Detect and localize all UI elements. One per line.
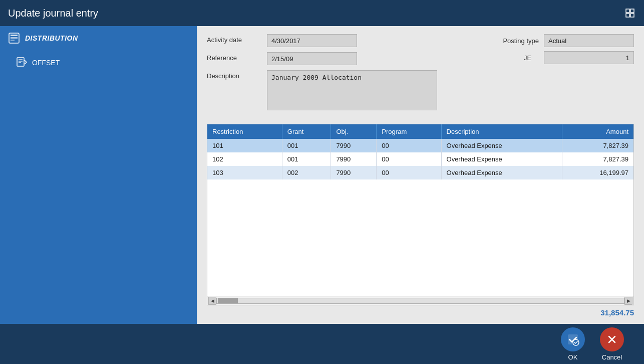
obj-cell: 7990 [331,139,377,152]
posting-type-input[interactable] [544,34,634,47]
posting-type-row: Posting type [503,34,634,47]
col-description: Description [441,124,562,139]
reference-input[interactable] [267,52,357,65]
activity-date-row: Activity date [207,34,474,47]
restriction-cell: 101 [207,139,282,152]
table-header-row: Restriction Grant Obj. Program Descripti… [207,124,633,139]
description-label: Description [207,70,267,80]
col-restriction: Restriction [207,124,282,139]
right-panel: Activity date Reference Description Janu… [197,26,644,324]
description-row: Description January 2009 Allocation [207,70,474,112]
description-textarea[interactable]: January 2009 Allocation [267,70,437,110]
sidebar: DISTRIBUTION OFFSET [0,26,197,324]
svg-rect-2 [626,14,629,17]
distribution-label: DISTRIBUTION [25,34,78,42]
maximize-button[interactable] [624,7,636,19]
scroll-left-arrow[interactable]: ◀ [208,297,216,305]
restriction-cell: 103 [207,166,282,179]
svg-rect-6 [11,37,18,39]
svg-rect-5 [11,35,18,36]
program-cell: 00 [377,152,441,166]
sidebar-item-distribution[interactable]: DISTRIBUTION [0,26,197,50]
ok-label: OK [568,353,578,361]
main-area: DISTRIBUTION OFFSET Activity date [0,26,644,324]
form-right-col: Posting type JE [474,34,634,117]
sidebar-item-offset[interactable]: OFFSET [0,50,197,75]
amount-cell: 7,827.39 [562,152,633,166]
offset-label: OFFSET [32,59,60,67]
description-container: January 2009 Allocation [267,70,437,112]
restriction-cell: 102 [207,152,282,166]
scroll-right-arrow[interactable]: ▶ [624,297,632,305]
activity-date-input[interactable] [267,34,357,47]
bottom-bar: OK Cancel [0,324,644,364]
dialog-title: Update journal entry [8,8,98,19]
scroll-track[interactable] [216,298,624,304]
cancel-icon-circle [600,327,624,351]
grant-cell: 001 [282,139,331,152]
svg-rect-3 [630,14,634,17]
horizontal-scrollbar[interactable]: ◀ ▶ [207,296,633,305]
offset-icon [16,56,27,69]
table-container: Restriction Grant Obj. Program Descripti… [207,124,634,305]
svg-rect-7 [11,40,15,41]
table-row[interactable]: 101001799000Overhead Expense7,827.39 [207,139,633,152]
obj-cell: 7990 [331,166,377,179]
total-row: 31,854.75 [207,305,634,319]
reference-row: Reference [207,52,474,65]
activity-date-label: Activity date [207,34,267,44]
cancel-label: Cancel [602,353,622,361]
grant-cell: 002 [282,166,331,179]
amount-cell: 7,827.39 [562,139,633,152]
form-top: Activity date Reference Description Janu… [207,34,634,117]
je-input[interactable] [544,51,634,64]
svg-rect-1 [630,9,634,13]
svg-rect-8 [17,58,24,66]
grant-cell: 001 [282,152,331,166]
je-row: JE [524,51,634,64]
ok-icon-circle [561,327,585,351]
program-cell: 00 [377,166,441,179]
posting-type-label: Posting type [503,37,539,45]
col-grant: Grant [282,124,331,139]
table-row[interactable]: 102001799000Overhead Expense7,827.39 [207,152,633,166]
svg-rect-0 [626,9,629,13]
description-cell: Overhead Expense [441,166,562,179]
table-scroll-area[interactable]: Restriction Grant Obj. Program Descripti… [207,124,633,296]
data-table: Restriction Grant Obj. Program Descripti… [207,124,633,179]
amount-cell: 16,199.97 [562,166,633,179]
col-obj: Obj. [331,124,377,139]
title-bar: Update journal entry [0,0,644,26]
form-left-col: Activity date Reference Description Janu… [207,34,474,117]
distribution-icon [8,32,20,44]
total-value: 31,854.75 [600,308,634,317]
col-amount: Amount [562,124,633,139]
cancel-button[interactable]: Cancel [600,327,624,361]
description-cell: Overhead Expense [441,152,562,166]
scroll-thumb[interactable] [218,298,238,303]
description-cell: Overhead Expense [441,139,562,152]
reference-label: Reference [207,52,267,62]
col-program: Program [377,124,441,139]
obj-cell: 7990 [331,152,377,166]
program-cell: 00 [377,139,441,152]
table-row[interactable]: 103002799000Overhead Expense16,199.97 [207,166,633,179]
je-label: JE [524,54,539,62]
ok-button[interactable]: OK [561,327,585,361]
